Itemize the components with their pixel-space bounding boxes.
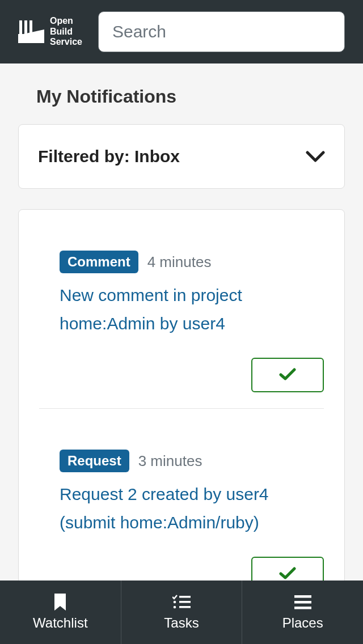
notification-link[interactable]: Request 2 created by user4 (submit home:… bbox=[60, 480, 324, 536]
nav-places[interactable]: Places bbox=[242, 581, 363, 644]
svg-point-8 bbox=[174, 606, 176, 609]
notification-meta: Comment 4 minutes bbox=[60, 251, 324, 273]
mark-read-button[interactable] bbox=[251, 358, 324, 392]
search-wrap bbox=[98, 11, 345, 52]
chevron-down-icon bbox=[306, 151, 325, 162]
check-icon bbox=[279, 567, 296, 581]
notification-list: Comment 4 minutes New comment in project… bbox=[18, 209, 345, 608]
svg-rect-5 bbox=[179, 596, 191, 598]
notification-meta: Request 3 minutes bbox=[60, 450, 324, 472]
svg-rect-0 bbox=[18, 34, 44, 43]
svg-rect-11 bbox=[294, 601, 311, 604]
nav-label: Tasks bbox=[164, 615, 199, 631]
svg-rect-12 bbox=[294, 607, 311, 609]
notification-item: Comment 4 minutes New comment in project… bbox=[39, 210, 324, 408]
notification-time: 4 minutes bbox=[147, 253, 212, 271]
bottom-nav: Watchlist Tasks Places bbox=[0, 581, 363, 644]
factory-icon bbox=[18, 20, 44, 43]
search-input[interactable] bbox=[98, 11, 345, 52]
nav-tasks[interactable]: Tasks bbox=[121, 581, 242, 644]
notification-badge: Comment bbox=[60, 251, 138, 273]
page-title: My Notifications bbox=[0, 63, 363, 124]
svg-point-6 bbox=[174, 601, 176, 604]
bookmark-icon bbox=[53, 594, 67, 611]
nav-label: Watchlist bbox=[33, 615, 87, 631]
menu-icon bbox=[294, 594, 311, 611]
svg-rect-10 bbox=[294, 595, 311, 598]
svg-rect-1 bbox=[19, 20, 22, 35]
svg-rect-9 bbox=[179, 606, 191, 608]
app-header: Open Build Service bbox=[0, 0, 363, 63]
logo[interactable]: Open Build Service bbox=[18, 16, 82, 47]
filter-dropdown[interactable]: Filtered by: Inbox bbox=[18, 124, 345, 189]
nav-label: Places bbox=[282, 615, 323, 631]
notification-actions bbox=[60, 358, 324, 392]
notification-item: Request 3 minutes Request 2 created by u… bbox=[39, 408, 324, 607]
logo-text: Open Build Service bbox=[50, 16, 82, 47]
notification-badge: Request bbox=[60, 450, 129, 472]
filter-label: Filtered by: Inbox bbox=[38, 147, 180, 166]
list-check-icon bbox=[172, 594, 191, 611]
svg-rect-2 bbox=[24, 20, 27, 35]
check-icon bbox=[279, 368, 296, 382]
notification-time: 3 minutes bbox=[138, 452, 202, 470]
nav-watchlist[interactable]: Watchlist bbox=[0, 581, 121, 644]
svg-rect-7 bbox=[179, 601, 191, 603]
notification-link[interactable]: New comment in project home:Admin by use… bbox=[60, 281, 324, 337]
